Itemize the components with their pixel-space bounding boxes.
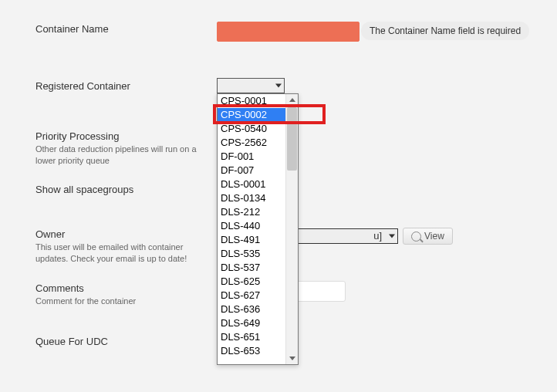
dropdown-option[interactable]: DLS-636 xyxy=(218,302,286,316)
search-icon xyxy=(411,231,421,242)
comments-help: Comment for the container xyxy=(35,296,197,307)
dropdown-option[interactable]: CPS-0002 xyxy=(218,108,286,122)
dropdown-option[interactable]: DLS-491 xyxy=(218,233,286,247)
dropdown-option[interactable]: CPS-0001 xyxy=(218,94,286,108)
container-name-input[interactable] xyxy=(217,22,360,42)
chevron-down-icon xyxy=(389,235,395,238)
dropdown-option[interactable]: DLS-653 xyxy=(218,344,286,358)
scroll-thumb[interactable] xyxy=(287,107,297,171)
scrollbar[interactable] xyxy=(285,94,298,364)
dropdown-option[interactable]: CPS-2562 xyxy=(218,136,286,150)
view-button-label: View xyxy=(424,231,444,242)
view-button[interactable]: View xyxy=(403,228,453,245)
dropdown-option[interactable]: DLS-440 xyxy=(218,219,286,233)
container-name-label: Container Name xyxy=(35,23,109,35)
dropdown-option[interactable]: DLS-651 xyxy=(218,330,286,344)
spacegroups-label: Show all spacegroups xyxy=(35,184,133,195)
owner-help: This user will be emailed with container… xyxy=(35,242,197,265)
registered-container-label: Registered Container xyxy=(35,80,130,92)
dropdown-option[interactable]: DLS-212 xyxy=(218,205,286,219)
chevron-down-icon xyxy=(275,84,282,88)
priority-help: Other data reduction pipelines will run … xyxy=(35,144,197,167)
dropdown-option[interactable]: DLS-535 xyxy=(218,247,286,261)
scroll-up-icon[interactable] xyxy=(286,94,298,106)
dropdown-option[interactable]: DLS-0001 xyxy=(218,177,286,191)
row-registered-container: Registered Container xyxy=(35,80,542,92)
registered-container-dropdown[interactable]: CPS-0001CPS-0002CPS-0540CPS-2562DF-001DF… xyxy=(217,93,299,365)
dropdown-option[interactable]: DLS-0134 xyxy=(218,191,286,205)
comments-label: Comments xyxy=(35,282,84,294)
container-name-error: The Container Name field is required xyxy=(361,22,529,40)
priority-label: Priority Processing xyxy=(35,130,119,142)
dropdown-option[interactable]: DLS-625 xyxy=(218,275,286,289)
dropdown-option[interactable]: DLS-537 xyxy=(218,261,286,275)
dropdown-option[interactable]: DLS-627 xyxy=(218,289,286,302)
form-page: Container Name The Container Name field … xyxy=(0,0,557,392)
dropdown-option[interactable]: DF-007 xyxy=(218,164,286,177)
owner-select-value: u] xyxy=(373,229,382,243)
owner-label: Owner xyxy=(35,228,65,240)
owner-select[interactable]: u] xyxy=(285,228,398,244)
dropdown-option[interactable]: CPS-0540 xyxy=(218,122,286,136)
queue-label: Queue For UDC xyxy=(35,336,108,347)
dropdown-option[interactable]: DF-001 xyxy=(218,150,286,164)
dropdown-option[interactable]: DLS-649 xyxy=(218,316,286,330)
scroll-down-icon[interactable] xyxy=(286,353,298,364)
